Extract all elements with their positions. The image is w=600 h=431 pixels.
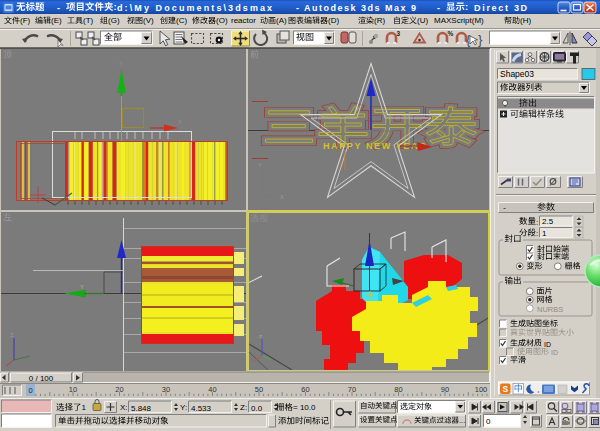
svg-text:X: X xyxy=(178,119,182,125)
svg-text:5.848: 5.848 xyxy=(131,404,152,413)
svg-text:reactor: reactor xyxy=(231,16,256,25)
svg-text:}: } xyxy=(478,32,483,47)
svg-text::: : xyxy=(465,1,468,12)
svg-text:-: - xyxy=(503,203,506,213)
svg-text:80: 80 xyxy=(394,385,402,394)
svg-text:...: ... xyxy=(459,416,465,425)
svg-text:1: 1 xyxy=(82,403,87,412)
svg-text:(G): (G) xyxy=(108,16,120,25)
svg-text:z: z xyxy=(259,333,262,339)
svg-text:90: 90 xyxy=(441,385,449,394)
svg-text:X:: X: xyxy=(120,403,128,412)
svg-text:(R): (R) xyxy=(374,16,385,25)
svg-text:0: 0 xyxy=(28,386,32,395)
svg-text:Y: Y xyxy=(80,284,84,290)
svg-text:d:\My Documents\3dsmax: d:\My Documents\3dsmax xyxy=(117,3,274,13)
svg-text:0: 0 xyxy=(486,417,491,426)
svg-text:40: 40 xyxy=(208,385,216,394)
svg-text:(H): (H) xyxy=(520,16,531,25)
svg-text:10: 10 xyxy=(69,385,77,394)
svg-text::: : xyxy=(536,229,538,238)
svg-text:50: 50 xyxy=(255,385,263,394)
svg-text:70: 70 xyxy=(348,385,356,394)
svg-text:0 / 100: 0 / 100 xyxy=(29,374,54,383)
svg-text:4.533: 4.533 xyxy=(191,404,212,413)
svg-text:(T): (T) xyxy=(83,16,94,25)
svg-text:3: 3 xyxy=(397,30,401,37)
svg-text:30: 30 xyxy=(162,385,170,394)
svg-text::: : xyxy=(536,218,538,227)
svg-text:Autodesk 3ds Max 9: Autodesk 3ds Max 9 xyxy=(304,3,418,13)
svg-text:Y: Y xyxy=(119,61,123,67)
svg-text:Shape03: Shape03 xyxy=(500,69,534,79)
svg-text:-: - xyxy=(296,3,299,13)
svg-text:MAXScript(M): MAXScript(M) xyxy=(434,16,484,25)
svg-text:(F): (F) xyxy=(20,16,31,25)
svg-text:%: % xyxy=(448,30,454,37)
svg-text:NURBS: NURBS xyxy=(537,305,563,314)
svg-text:S: S xyxy=(503,384,509,394)
svg-text:(C): (C) xyxy=(176,16,187,25)
svg-text:ID: ID xyxy=(544,341,551,348)
svg-text:(O): (O) xyxy=(216,16,228,25)
svg-text:X: X xyxy=(280,194,284,200)
svg-text:0.0: 0.0 xyxy=(251,404,263,413)
svg-text:= 10.0: = 10.0 xyxy=(293,403,316,412)
svg-text:60: 60 xyxy=(301,385,309,394)
svg-text:Y:: Y: xyxy=(180,403,187,412)
svg-text:(U): (U) xyxy=(417,16,428,25)
svg-text:(V): (V) xyxy=(143,16,154,25)
svg-text:20: 20 xyxy=(115,385,123,394)
svg-text:-: - xyxy=(437,3,440,13)
svg-text:(D): (D) xyxy=(328,16,339,25)
svg-text:(E): (E) xyxy=(51,16,62,25)
svg-text:Direct 3D: Direct 3D xyxy=(474,3,529,13)
svg-text:ID: ID xyxy=(551,349,558,356)
svg-text:2.5: 2.5 xyxy=(542,217,554,226)
svg-text:-: - xyxy=(57,3,60,13)
svg-text:Z:: Z: xyxy=(240,403,247,412)
svg-text:1: 1 xyxy=(542,229,547,238)
svg-text:(A): (A) xyxy=(276,16,287,25)
svg-text:100: 100 xyxy=(475,385,488,394)
svg-text:Y: Y xyxy=(258,162,262,168)
svg-text:Z: Z xyxy=(10,332,14,338)
